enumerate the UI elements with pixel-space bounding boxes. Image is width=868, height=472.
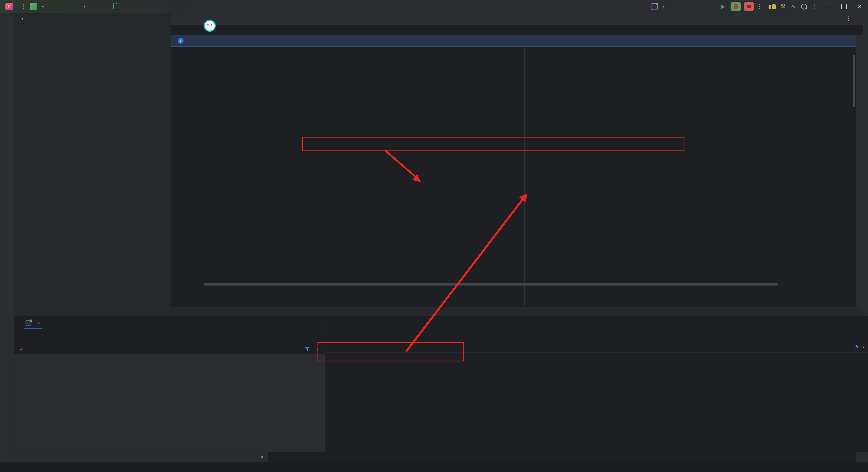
status-bar	[0, 462, 868, 472]
project-panel: ▾	[14, 13, 172, 316]
folder-icon[interactable]	[114, 0, 120, 13]
variables-panel: ⚑ ▾	[325, 317, 868, 452]
ide-window: IJ ⋮ ▾ ▾ ▾ ▶ ⋮ ⚒ ✳ ⋮ — ✕ ▾	[0, 0, 868, 472]
editor-view-tabs	[171, 307, 863, 317]
editor-area: ⋮ i	[171, 13, 856, 316]
project-avatar[interactable]	[30, 0, 37, 13]
run-more-icon[interactable]: ⋮	[757, 0, 763, 13]
stack-frames-list	[14, 354, 324, 452]
code-with-me-icon[interactable]	[769, 0, 776, 13]
watch-chevron-icon[interactable]: ▾	[863, 345, 864, 349]
app-logo-icon: IJ	[5, 0, 13, 13]
code-viewport[interactable]	[171, 46, 856, 307]
project-tree	[14, 25, 171, 316]
alarm-clock-sticker	[204, 20, 216, 32]
debug-session-tab[interactable]: ✕	[22, 317, 44, 329]
maximize-button[interactable]	[841, 0, 847, 13]
vertical-scrollbar[interactable]	[852, 55, 855, 107]
main-menu-icon[interactable]: ⋮	[21, 0, 27, 13]
info-icon: i	[178, 38, 184, 43]
frames-chevron-icon[interactable]: ▾	[316, 347, 318, 351]
debug-button[interactable]	[731, 0, 741, 13]
vcs-widget[interactable]: ▾	[82, 0, 86, 13]
evaluate-expression-input[interactable]	[325, 343, 868, 352]
left-tool-strip	[0, 13, 14, 462]
decompile-banner: i	[171, 35, 856, 46]
search-everywhere-icon[interactable]	[801, 0, 807, 13]
stop-button[interactable]	[744, 0, 754, 13]
project-switcher[interactable]: ▾	[40, 0, 44, 13]
hint-close-icon[interactable]: ✕	[260, 454, 264, 460]
right-margin-guide	[524, 46, 525, 306]
debug-panel: ✕ ✓ ▾ ⚑ ▾	[14, 316, 868, 452]
close-session-icon[interactable]: ✕	[37, 320, 40, 325]
horizontal-scrollbar[interactable]	[204, 283, 778, 285]
project-panel-header[interactable]: ▾	[14, 13, 171, 25]
title-bar: IJ ⋮ ▾ ▾ ▾ ▶ ⋮ ⚒ ✳ ⋮ — ✕	[0, 0, 868, 13]
pin-flag-icon[interactable]: ⚑	[855, 344, 859, 350]
tools-icon[interactable]: ⚒	[780, 0, 785, 13]
session-icon	[26, 320, 31, 326]
minimize-button[interactable]: —	[826, 0, 831, 13]
tab-list-kebab-icon[interactable]: ⋮	[845, 15, 851, 22]
settings-kebab-icon[interactable]: ⋮	[812, 0, 818, 13]
run-config-icon	[651, 3, 658, 10]
filter-funnel-icon[interactable]	[304, 346, 310, 352]
close-button[interactable]: ✕	[857, 0, 862, 13]
run-button[interactable]: ▶	[721, 0, 725, 13]
file-breadcrumb[interactable]	[171, 25, 863, 35]
plugin-atom-icon[interactable]: ✳	[791, 0, 796, 13]
editor-tab-bar	[171, 13, 856, 25]
debugger-hint-bar: ✕	[14, 452, 268, 462]
run-config-selector[interactable]: ▾	[651, 0, 664, 13]
thread-status-row[interactable]: ✓ ▾	[14, 345, 324, 354]
